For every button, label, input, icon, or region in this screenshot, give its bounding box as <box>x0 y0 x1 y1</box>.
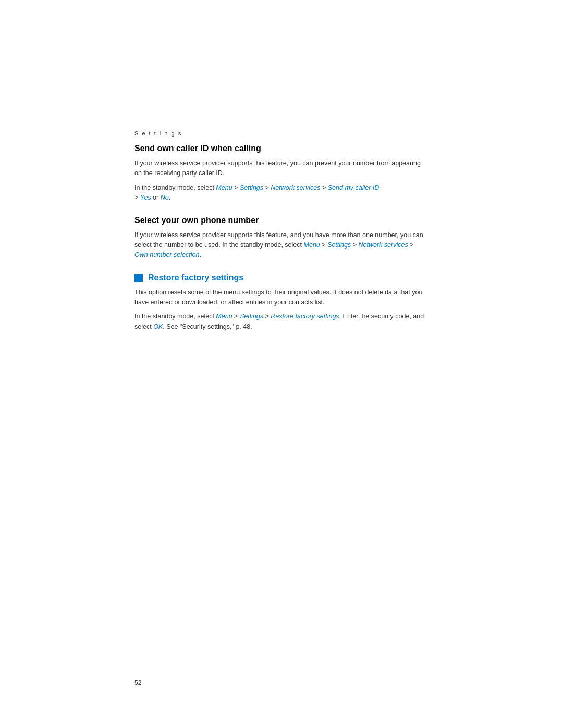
section3-end: . See "Security settings," p. 48. <box>163 323 252 330</box>
section-label: S e t t i n g s <box>134 130 426 137</box>
section3-sep1: > <box>232 313 240 320</box>
section2-link-settings[interactable]: Settings <box>327 241 351 249</box>
section3-body2: In the standby mode, select Menu > Setti… <box>134 312 426 332</box>
section2-link-menu[interactable]: Menu <box>304 241 320 249</box>
section-own-number: Select your own phone number If your wir… <box>134 216 426 261</box>
section-send-caller-id: Send own caller ID when calling If your … <box>134 144 426 203</box>
section3-heading: Restore factory settings <box>148 273 243 282</box>
page-number: 52 <box>134 679 141 686</box>
section1-link-network[interactable]: Network services <box>271 184 320 191</box>
section1-body1: If your wireless service provider suppor… <box>134 158 426 179</box>
section1-sep1: > <box>232 184 240 191</box>
section1-link-no[interactable]: No <box>161 194 169 201</box>
section1-link-menu[interactable]: Menu <box>216 184 232 191</box>
section3-body2-prefix: In the standby mode, select <box>134 313 216 320</box>
section3-link-menu[interactable]: Menu <box>216 313 232 320</box>
section2-end: . <box>199 251 201 258</box>
section2-sep3: > <box>408 241 414 249</box>
section-restore-factory: Restore factory settings This option res… <box>134 273 426 332</box>
section1-sep4: > <box>134 194 140 201</box>
section2-heading: Select your own phone number <box>134 216 426 225</box>
section2-sep1: > <box>320 241 327 249</box>
section3-link-settings[interactable]: Settings <box>240 313 263 320</box>
restore-heading-row: Restore factory settings <box>134 273 426 282</box>
section1-link-yes[interactable]: Yes <box>140 194 151 201</box>
blue-square-icon <box>134 274 143 282</box>
section2-link-own-number[interactable]: Own number selection <box>134 251 199 258</box>
section1-end: . <box>169 194 170 201</box>
section2-sep2: > <box>351 241 358 249</box>
section3-link-restore[interactable]: Restore factory settings <box>271 313 339 320</box>
section1-link-send-caller[interactable]: Send my caller ID <box>328 184 380 191</box>
section1-link-settings[interactable]: Settings <box>240 184 263 191</box>
section1-sep3: > <box>320 184 327 191</box>
section1-body2-prefix: In the standby mode, select <box>134 184 216 191</box>
section3-link-ok[interactable]: OK <box>153 323 163 330</box>
section1-sep2: > <box>263 184 271 191</box>
section3-sep2: > <box>263 313 271 320</box>
section3-body1: This option resets some of the menu sett… <box>134 288 426 308</box>
section1-or: or <box>151 194 161 201</box>
page: S e t t i n g s Send own caller ID when … <box>0 0 563 728</box>
section1-heading: Send own caller ID when calling <box>134 144 426 153</box>
section2-body: If your wireless service provider suppor… <box>134 230 426 261</box>
section1-body2: In the standby mode, select Menu > Setti… <box>134 183 426 203</box>
section2-link-network[interactable]: Network services <box>358 241 408 249</box>
content-area: S e t t i n g s Send own caller ID when … <box>134 130 426 344</box>
